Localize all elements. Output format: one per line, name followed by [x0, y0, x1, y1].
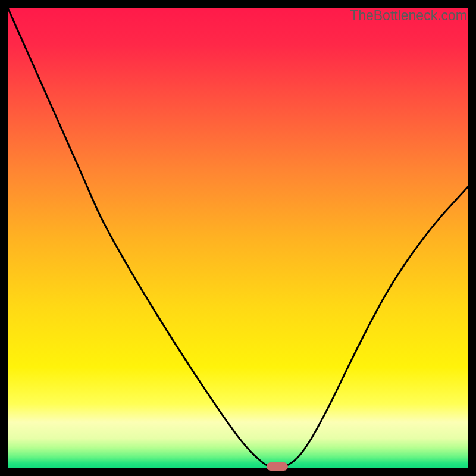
bottleneck-curve: [8, 8, 468, 468]
watermark-text: TheBottleneck.com: [350, 8, 467, 24]
optimal-marker: [267, 462, 288, 471]
chart-frame: TheBottleneck.com: [8, 8, 468, 468]
curve-layer: [8, 8, 468, 468]
